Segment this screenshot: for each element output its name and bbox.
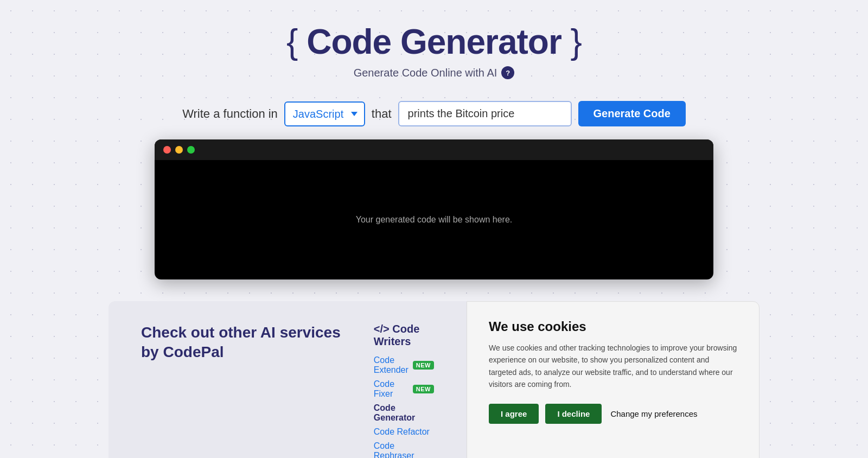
service-label: Code Extender	[374, 355, 409, 375]
service-link-code-refactor[interactable]: Code Refactor	[374, 427, 434, 437]
service-link-code-rephraser[interactable]: Code Rephraser	[374, 441, 434, 458]
cookies-actions: I agree I decline Change my preferences	[489, 404, 737, 424]
help-icon[interactable]: ?	[501, 66, 514, 79]
cookies-panel: We use cookies We use cookies and other …	[467, 301, 760, 458]
service-label: Code Rephraser	[374, 441, 434, 458]
generate-button[interactable]: Generate Code	[578, 101, 686, 126]
new-badge: NEW	[413, 361, 434, 370]
subtitle-text: Generate Code Online with AI	[354, 67, 497, 79]
page-title: { Code Generator }	[286, 22, 582, 62]
bottom-section: Check out other AI services by CodePal <…	[108, 301, 760, 458]
function-input[interactable]	[398, 101, 572, 126]
cookies-body: We use cookies and other tracking techno…	[489, 342, 737, 391]
brace-open: {	[286, 22, 297, 61]
form-label-write: Write a function in	[182, 107, 278, 121]
code-area: Your generated code will be shown here.	[155, 160, 713, 279]
service-label: Code Fixer	[374, 379, 409, 399]
service-link-code-extender[interactable]: Code Extender NEW	[374, 355, 434, 375]
code-placeholder: Your generated code will be shown here.	[356, 215, 513, 225]
new-badge: NEW	[413, 385, 434, 393]
generator-form: Write a function in JavaScript Python Ja…	[182, 101, 686, 126]
page-subtitle: Generate Code Online with AI ?	[286, 66, 582, 79]
code-window: Your generated code will be shown here.	[155, 139, 713, 279]
preferences-button[interactable]: Change my preferences	[608, 404, 699, 424]
window-dot-yellow	[175, 146, 183, 154]
service-label: Code Refactor	[374, 427, 430, 437]
code-writers-heading: </> Code Writers	[374, 323, 434, 348]
services-title: Check out other AI services by CodePal	[141, 323, 341, 362]
language-select[interactable]: JavaScript Python Java C++ TypeScript Ru…	[284, 101, 365, 126]
decline-button[interactable]: I decline	[545, 404, 602, 424]
services-panel: Check out other AI services by CodePal <…	[108, 301, 467, 458]
window-dot-green	[187, 146, 195, 154]
window-titlebar	[155, 139, 713, 160]
service-link-code-fixer[interactable]: Code Fixer NEW	[374, 379, 434, 399]
title-text: Code Generator	[307, 22, 570, 61]
service-label: Code Generator	[374, 403, 434, 423]
services-inner: Check out other AI services by CodePal <…	[141, 323, 434, 458]
page-header: { Code Generator } Generate Code Online …	[286, 22, 582, 79]
agree-button[interactable]: I agree	[489, 404, 539, 424]
window-dot-red	[163, 146, 171, 154]
code-writers-label: </> Code Writers	[374, 323, 434, 348]
form-label-that: that	[372, 107, 392, 121]
code-writers-section: </> Code Writers Code Extender NEW Code …	[374, 323, 434, 458]
brace-close: }	[571, 22, 582, 61]
cookies-title: We use cookies	[489, 319, 737, 334]
service-link-code-generator[interactable]: Code Generator	[374, 403, 434, 423]
